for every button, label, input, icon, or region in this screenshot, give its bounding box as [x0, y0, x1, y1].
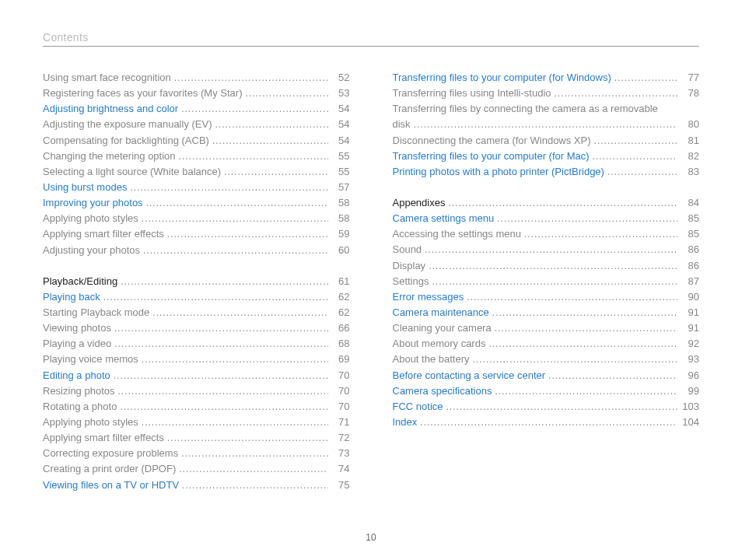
toc-entry-title[interactable]: Printing photos with a photo printer (Pi…: [393, 164, 604, 180]
toc-entry: Applying photo styles ..................…: [43, 211, 350, 226]
toc-dots: ........................................…: [429, 275, 677, 289]
toc-entry[interactable]: Camera settings menu ...................…: [393, 211, 700, 226]
toc-dots: ........................................…: [140, 243, 327, 258]
toc-entry[interactable]: Error messages .........................…: [393, 289, 700, 305]
toc-entry: Applying smart filter effects ..........…: [43, 226, 350, 242]
toc-entry-title[interactable]: Camera maintenance: [393, 305, 489, 320]
toc-dots: ........................................…: [171, 71, 328, 86]
toc-entry-title: Viewing photos: [43, 320, 111, 336]
toc-entry[interactable]: FCC notice .............................…: [393, 399, 700, 415]
toc-entry-page: 80: [677, 117, 699, 132]
toc-entry-title[interactable]: Improving your photos: [43, 195, 143, 211]
toc-gap: [43, 258, 350, 274]
toc-entry-title[interactable]: Adjusting brightness and color: [43, 101, 178, 117]
toc-entry-title: Applying smart filter effects: [43, 430, 164, 446]
toc-entry-title[interactable]: Camera settings menu: [393, 211, 495, 226]
toc-dots: ........................................…: [179, 478, 327, 493]
toc-entry: Settings ...............................…: [393, 274, 700, 289]
toc-entry-title: About memory cards: [393, 336, 486, 352]
toc-entry-title: Adjusting the exposure manually (EV): [43, 117, 212, 132]
toc-entry-page: 62: [328, 289, 350, 305]
toc-entry-title[interactable]: Before contacting a service center: [393, 368, 546, 383]
toc-entry-title[interactable]: Error messages: [393, 289, 464, 305]
toc-entry[interactable]: Printing photos with a photo printer (Pi…: [393, 164, 700, 180]
toc-dots: ........................................…: [464, 290, 677, 305]
toc-entry[interactable]: Transferring files to your computer (for…: [393, 70, 700, 86]
toc-entry-page: 62: [328, 305, 350, 320]
toc-entry-title: Starting Playback mode: [43, 305, 149, 320]
toc-entry-title: Settings: [393, 274, 429, 289]
toc-entry-title: Accessing the settings menu: [393, 226, 521, 242]
toc-entry[interactable]: Index ..................................…: [393, 415, 700, 430]
toc-dots: ........................................…: [111, 337, 327, 352]
toc-entry: Playing a video ........................…: [43, 336, 350, 352]
toc-entry: Playing voice memos ....................…: [43, 352, 350, 367]
toc-entry[interactable]: Adjusting brightness and color .........…: [43, 101, 350, 117]
toc-entry: Starting Playback mode .................…: [43, 305, 350, 320]
toc-entry: Adjusting your photos ..................…: [43, 243, 350, 258]
toc-entry-page: 85: [677, 211, 699, 226]
toc-entry: About the battery ......................…: [393, 352, 700, 367]
toc-entry-title[interactable]: FCC notice: [393, 399, 443, 415]
toc-entry: Resizing photos ........................…: [43, 383, 350, 399]
toc-entry-page: 72: [328, 430, 350, 446]
toc-entry[interactable]: Camera specifications ..................…: [393, 383, 700, 399]
toc-dots: ........................................…: [138, 352, 328, 367]
toc-entry: Disconnecting the camera (for Windows XP…: [393, 133, 700, 149]
toc-dots: ........................................…: [127, 180, 327, 195]
toc-entry-page: 91: [677, 305, 699, 320]
toc-entry-title[interactable]: Playing back: [43, 289, 100, 305]
toc-entry-title[interactable]: Using burst modes: [43, 180, 127, 195]
toc-entry: Rotating a photo .......................…: [43, 399, 350, 415]
toc-dots: ........................................…: [100, 290, 328, 305]
toc-dots: ........................................…: [492, 384, 677, 399]
toc-entry-page: 73: [328, 446, 350, 461]
toc-entry-title[interactable]: Editing a photo: [43, 368, 110, 383]
toc-dots: ........................................…: [138, 212, 328, 226]
toc-entry-title[interactable]: Viewing files on a TV or HDTV: [43, 478, 179, 493]
toc-entry-page: 70: [328, 368, 350, 383]
toc-entry-page: 54: [328, 101, 350, 117]
toc-entry-title: Playback/Editing: [43, 274, 117, 289]
toc-entry-page: 53: [328, 86, 350, 101]
toc-entry-title: Creating a print order (DPOF): [43, 461, 176, 477]
toc-entry[interactable]: Improving your photos ..................…: [43, 195, 350, 211]
toc-dots: ........................................…: [164, 227, 328, 242]
toc-entry: Registering faces as your favorites (My …: [43, 86, 350, 101]
toc-entry-page: 68: [328, 336, 350, 352]
toc-dots: ........................................…: [411, 117, 677, 132]
toc-entry: Sound ..................................…: [393, 242, 700, 257]
toc-entry[interactable]: Using burst modes ......................…: [43, 180, 350, 195]
toc-entry-title[interactable]: Transferring files to your computer (for…: [393, 149, 590, 164]
toc-dots: ........................................…: [551, 86, 678, 101]
toc-entry[interactable]: Before contacting a service center .....…: [393, 368, 700, 383]
toc-entry[interactable]: Editing a photo ........................…: [43, 368, 350, 383]
toc-entry-page: 54: [328, 133, 350, 149]
toc-entry-page: 92: [677, 336, 699, 352]
toc-entry-title: Using smart face recognition: [43, 70, 171, 86]
toc-entry[interactable]: Viewing files on a TV or HDTV ..........…: [43, 478, 350, 493]
toc-dots: ........................................…: [209, 134, 328, 149]
toc-dots: ........................................…: [590, 149, 677, 164]
toc-entry-page: 93: [677, 352, 699, 367]
toc-entry[interactable]: Camera maintenance .....................…: [393, 305, 700, 320]
toc-entry-title[interactable]: Index: [393, 415, 418, 430]
toc-entry-title: About the battery: [393, 352, 470, 367]
toc-dots: ........................................…: [221, 165, 327, 180]
toc-entry[interactable]: Playing back ...........................…: [43, 289, 350, 305]
toc-dots: ........................................…: [176, 149, 328, 164]
toc-dots: ........................................…: [176, 462, 327, 477]
toc-dots: ........................................…: [117, 400, 327, 415]
toc-dots: ........................................…: [115, 384, 328, 399]
toc-entry: Using smart face recognition ...........…: [43, 70, 350, 86]
toc-entry[interactable]: Transferring files to your computer (for…: [393, 149, 700, 164]
toc-entry-title: Appendixes: [393, 195, 446, 211]
toc-entry-page: 55: [328, 149, 350, 164]
toc-entry-title: Applying photo styles: [43, 211, 138, 226]
toc-entry-title[interactable]: Transferring files to your computer (for…: [393, 70, 611, 86]
toc-entry: Applying smart filter effects ..........…: [43, 430, 350, 446]
toc-dots: ........................................…: [111, 321, 328, 336]
toc-dots: ........................................…: [422, 243, 677, 257]
toc-entry-page: 78: [677, 86, 699, 101]
toc-entry-title[interactable]: Camera specifications: [393, 383, 492, 399]
